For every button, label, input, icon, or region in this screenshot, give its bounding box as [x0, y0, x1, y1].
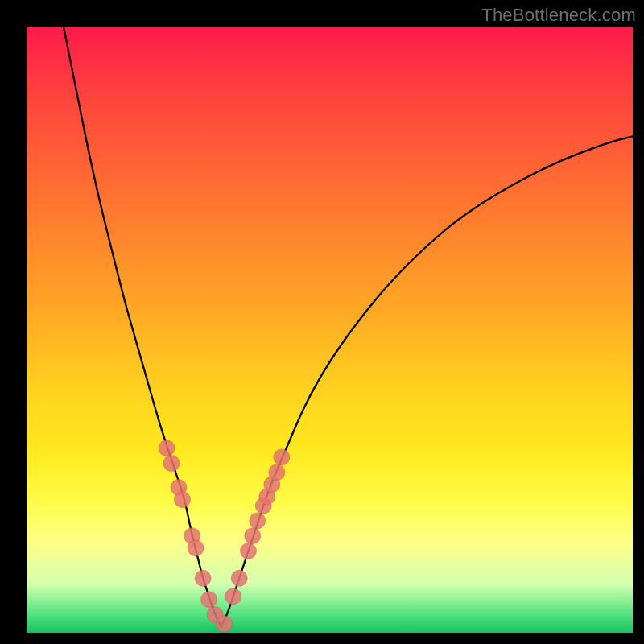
marker-dot — [195, 570, 211, 586]
marker-dot — [245, 528, 261, 544]
marker-dot — [225, 588, 242, 605]
marker-dot — [163, 455, 180, 471]
marker-group — [159, 440, 290, 632]
marker-dot — [231, 570, 247, 586]
curve-right-branch — [221, 136, 633, 626]
marker-dot — [201, 592, 217, 608]
chart-frame: TheBottleneck.com — [0, 0, 644, 644]
marker-dot — [269, 464, 285, 481]
marker-dot — [240, 543, 256, 559]
marker-dot — [175, 492, 191, 508]
marker-dot — [274, 449, 290, 465]
chart-svg — [27, 27, 633, 633]
watermark-text: TheBottleneck.com — [481, 5, 636, 26]
marker-dot — [216, 616, 232, 632]
marker-dot — [188, 540, 204, 556]
marker-dot — [159, 440, 175, 456]
marker-dot — [250, 513, 266, 529]
